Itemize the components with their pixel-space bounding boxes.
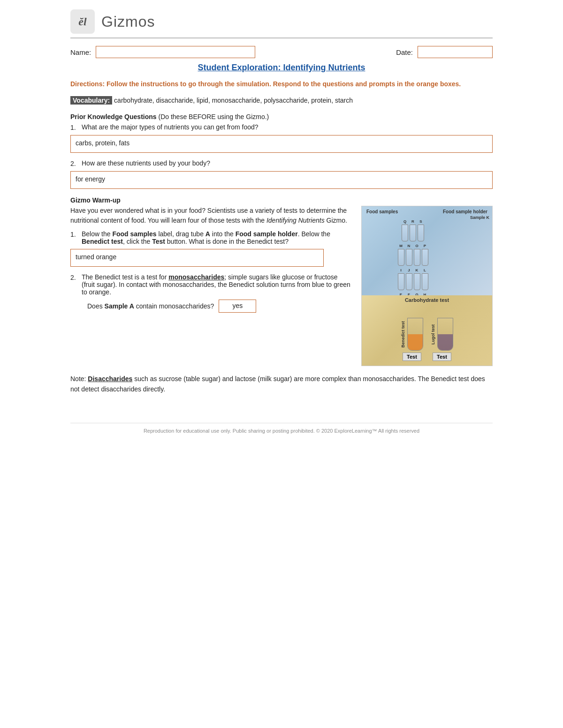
note-rest: such as sucrose (table sugar) and lactos… (70, 375, 485, 393)
prior-knowledge-header: Prior Knowledge Questions (Do these BEFO… (70, 113, 493, 120)
warmup-q2-text: The Benedict test is a test for monosacc… (82, 273, 352, 296)
note-block: Note: Disaccharides such as sucrose (tab… (70, 374, 493, 395)
tube-R: R (410, 225, 416, 241)
benedict-tube (407, 318, 423, 351)
lugol-test-label: Lugol test (431, 324, 435, 345)
warmup-q1-answer-box[interactable]: turned orange (70, 249, 324, 267)
note-label: Note: (70, 375, 88, 383)
tube-I: I (398, 273, 404, 290)
app-title: Gizmos (101, 13, 155, 30)
sample-k-label: Sample K (362, 215, 492, 220)
warmup-q1-block: 1. Below the Food samples label, drag tu… (70, 230, 352, 267)
name-label: Name: (70, 48, 91, 56)
warmup-q1-num: 1. (70, 230, 81, 245)
tube-S: S (418, 225, 424, 241)
warmup-header: Gizmo Warm-up (70, 196, 493, 204)
warmup-q2-block: 2. The Benedict test is a test for monos… (70, 273, 352, 313)
document-title: Student Exploration: Identifying Nutrien… (70, 63, 493, 73)
q2-answer-box[interactable]: for energy (70, 171, 493, 189)
question-2-block: 2. How are these nutrients used by your … (70, 159, 493, 189)
warmup-text-col: Have you ever wondered what is in your f… (70, 206, 352, 319)
disaccharides-term: Disaccharides (88, 375, 132, 383)
gizmo-image: Food samples Food sample holder Sample K… (361, 206, 493, 366)
page-footer: Reproduction for educational use only. P… (70, 423, 493, 434)
gizmo-top: Food samples Food sample holder Sample K… (362, 206, 492, 295)
gizmo-bottom: Carbohydrate test Benedict test (362, 295, 492, 366)
warmup-q1-text: Below the Food samples label, drag tube … (82, 230, 352, 245)
question-2-row: 2. How are these nutrients used by your … (70, 159, 493, 167)
food-samples-label: Food samples (366, 209, 398, 214)
logo-box: ĕl (70, 9, 95, 34)
tube-Ks: K (414, 273, 420, 290)
lugol-liquid (438, 334, 453, 350)
tube-Q: Q (402, 225, 408, 241)
footer-text: Reproduction for educational use only. P… (144, 428, 419, 434)
lugol-tube (437, 318, 453, 351)
benedict-test-button[interactable]: Test (403, 353, 421, 361)
prior-knowledge-section: Prior Knowledge Questions (Do these BEFO… (70, 113, 493, 189)
tube-N: N (406, 249, 412, 266)
q1-text: What are the major types of nutrients yo… (82, 123, 493, 131)
directions-text: Directions: Follow the instructions to g… (70, 79, 493, 89)
gizmo-labels-row: Food samples Food sample holder (362, 209, 492, 214)
warmup-q1-row: 1. Below the Food samples label, drag tu… (70, 230, 352, 245)
food-sample-holder-label: Food sample holder (443, 209, 487, 214)
date-input[interactable] (418, 46, 493, 58)
vocabulary-terms: carbohydrate, disaccharide, lipid, monos… (114, 97, 353, 104)
inline-q-text: Does Sample A contain monosaccharides? (87, 302, 214, 310)
date-label: Date: (396, 48, 413, 56)
warmup-q2-num: 2. (70, 273, 81, 296)
q1-answer-box[interactable]: carbs, protein, fats (70, 135, 493, 153)
tube-L: L (422, 273, 428, 290)
benedict-test-item: Benedict test Test (401, 318, 423, 361)
logo-icon: ĕl (78, 15, 86, 28)
benedict-liquid (408, 334, 423, 350)
name-input[interactable] (96, 46, 255, 58)
test-tubes-row: Benedict test Test Lugol tes (401, 306, 453, 366)
question-1-row: 1. What are the major types of nutrients… (70, 123, 493, 131)
vocabulary-label: Vocabulary: (70, 96, 112, 105)
carb-test-label: Carbohydrate test (405, 297, 449, 303)
name-date-row: Name: Date: (70, 46, 493, 58)
tube-J: J (406, 273, 412, 290)
q2-text: How are these nutrients used by your bod… (82, 159, 493, 167)
gizmo-image-col: Food samples Food sample holder Sample K… (361, 206, 493, 366)
warmup-intro: Have you ever wondered what is in your f… (70, 206, 352, 225)
tube-M: M (398, 249, 404, 266)
q2-num: 2. (70, 159, 81, 167)
lugol-test-item: Lugol test Test (431, 318, 453, 361)
vocabulary-line: Vocabulary:carbohydrate, disaccharide, l… (70, 96, 493, 105)
q1-num: 1. (70, 123, 81, 131)
tube-P: P (422, 249, 428, 266)
question-1-block: 1. What are the major types of nutrients… (70, 123, 493, 153)
warmup-grid: Have you ever wondered what is in your f… (70, 206, 493, 366)
inline-answer-box[interactable]: yes (219, 300, 256, 313)
lugol-test-button[interactable]: Test (433, 353, 451, 361)
tube-O: O (414, 249, 420, 266)
warmup-section: Gizmo Warm-up Have you ever wondered wha… (70, 196, 493, 366)
page-header: ĕl Gizmos (70, 9, 493, 38)
benedict-test-label: Benedict test (401, 321, 405, 348)
warmup-q2-inline: Does Sample A contain monosaccharides? y… (87, 300, 352, 313)
warmup-q2-row: 2. The Benedict test is a test for monos… (70, 273, 352, 296)
